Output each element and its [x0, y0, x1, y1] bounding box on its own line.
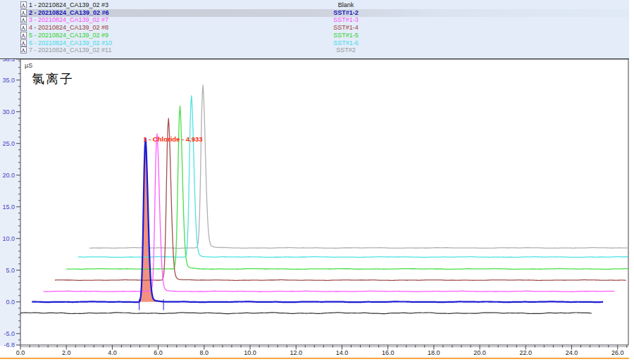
- legend-row-7[interactable]: 7 - 20210824_CA139_02 #11 SST#2: [0, 46, 629, 54]
- sample-type: SST#1-5: [303, 32, 389, 39]
- plot-title: 氯离子: [32, 70, 74, 87]
- y-tick-label: -5.0: [4, 330, 15, 337]
- y-tick-label: 10.0: [2, 235, 15, 242]
- sample-name: 6 - 20210824_CA139_02 #10: [29, 39, 112, 47]
- chromatogram-icon: [20, 32, 27, 39]
- peak-label: 1 - Chloride - 4.933: [143, 135, 202, 143]
- legend-row-2[interactable]: 2 - 20210824_CA139_02 #6 SST#1-2: [0, 9, 629, 17]
- sample-name: 1 - 20210824_CA139_02 #3: [29, 1, 108, 9]
- sample-name: 5 - 20210824_CA139_02 #9: [29, 32, 108, 39]
- x-tick-label: 24.0: [566, 349, 578, 356]
- sample-type: SST#1-6: [303, 39, 389, 47]
- x-tick-label: 6.0: [154, 349, 163, 356]
- sample-type: SST#1-2: [303, 9, 389, 17]
- chromatogram-icon: [20, 16, 27, 23]
- x-tick-label: 16.0: [382, 349, 394, 356]
- x-tick-label: 0.0: [16, 349, 25, 356]
- chromatogram-icon: [20, 24, 27, 31]
- sample-name: 7 - 20210824_CA139_02 #11: [29, 46, 111, 54]
- x-tick-label: 20.0: [473, 349, 486, 356]
- x-tick-label: 22.0: [519, 349, 532, 356]
- sample-name: 3 - 20210824_CA139_02 #7: [29, 16, 108, 24]
- x-tick-label: 4.0: [108, 349, 117, 356]
- sample-legend: 1 - 20210824_CA139_02 #3 Blank 2 - 20210…: [0, 0, 629, 59]
- y-tick-label: 35.0: [2, 77, 15, 84]
- y-tick-label: 15.0: [2, 203, 15, 211]
- y-tick-label: 20.0: [2, 172, 15, 179]
- x-tick-label: 10.0: [244, 349, 256, 356]
- sample-type: SST#1-4: [303, 24, 389, 32]
- x-tick-label: 8.0: [200, 349, 209, 356]
- legend-row-6[interactable]: 6 - 20210824_CA139_02 #10 SST#1-6: [0, 39, 629, 47]
- y-extreme-label: -6.8: [4, 341, 15, 349]
- y-tick-label: 0.0: [6, 299, 15, 306]
- chromatogram-pane: 1 - 20210824_CA139_02 #3 Blank 2 - 20210…: [0, 0, 634, 364]
- sample-type: Blank: [303, 1, 389, 9]
- y-tick-label: 5.0: [6, 267, 15, 274]
- x-tick-label: 14.0: [336, 349, 349, 356]
- x-tick-label: 18.0: [428, 349, 440, 356]
- sample-name: 2 - 20210824_CA139_02 #6: [29, 9, 109, 17]
- legend-row-4[interactable]: 4 - 20210824_CA139_02 #8 SST#1-4: [0, 24, 629, 32]
- chromatogram-icon: [20, 9, 27, 16]
- legend-row-1[interactable]: 1 - 20210824_CA139_02 #3 Blank: [0, 1, 629, 9]
- legend-row-3[interactable]: 3 - 20210824_CA139_02 #7 SST#1-3: [0, 16, 629, 24]
- y-tick-label: 30.0: [2, 108, 15, 115]
- sample-type: SST#2: [303, 46, 389, 54]
- chromatogram-icon: [20, 39, 27, 46]
- sample-type: SST#1-3: [303, 16, 389, 24]
- sample-name: 4 - 20210824_CA139_02 #8: [29, 24, 108, 32]
- y-axis-unit: µS: [25, 62, 32, 69]
- chromatogram-icon: [20, 46, 27, 54]
- x-tick-label: 26.0: [611, 349, 624, 356]
- x-tick-label: 2.0: [62, 349, 71, 356]
- active-pane-indicator: [0, 358, 629, 359]
- y-tick-label: 25.0: [2, 140, 15, 147]
- chromatogram-icon: [20, 1, 27, 8]
- legend-row-5[interactable]: 5 - 20210824_CA139_02 #9 SST#1-5: [0, 32, 629, 39]
- x-tick-label: 12.0: [290, 349, 302, 356]
